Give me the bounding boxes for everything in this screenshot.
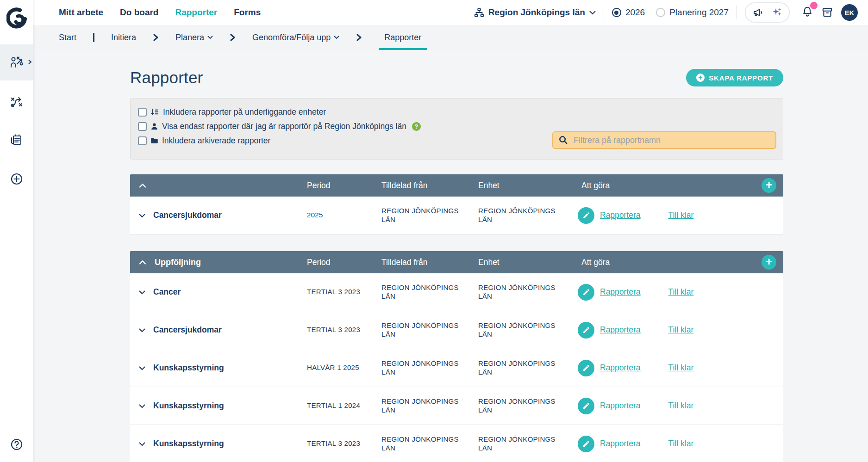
report-actions: RapporteraTill klar [578, 322, 755, 339]
radio-unselected-icon[interactable] [656, 8, 665, 17]
help-button[interactable] [9, 437, 24, 454]
rapportera-link[interactable]: Rapportera [600, 287, 641, 297]
chevron-right-icon [356, 25, 362, 50]
breadcrumb-start[interactable]: Start [59, 25, 76, 50]
report-pencil-button[interactable] [578, 322, 594, 339]
till-klar-link[interactable]: Till klar [668, 210, 694, 220]
report-actions: RapporteraTill klar [578, 207, 755, 224]
report-actions: RapporteraTill klar [578, 284, 755, 301]
help-badge-icon[interactable]: ? [412, 122, 421, 131]
table-group-label: Uppföljning [155, 258, 201, 267]
archive-box-icon[interactable] [821, 6, 833, 18]
breadcrumb-planera[interactable]: Planera [175, 25, 213, 50]
divider [737, 6, 737, 19]
report-pencil-button[interactable] [578, 360, 594, 376]
notepad-icon [9, 133, 24, 148]
column-header-assigned-from: Tilldelad från [378, 181, 475, 191]
plus-circle-icon [9, 172, 24, 186]
breadcrumb-bar-separator [93, 25, 94, 50]
organization-selector[interactable]: Region Jönköpings län [474, 7, 596, 18]
year-label: Planering 2027 [669, 7, 729, 18]
till-klar-link[interactable]: Till klar [668, 401, 694, 411]
column-header-period: Period [303, 258, 378, 267]
year-label: 2026 [625, 7, 645, 18]
sidebar-item-notes[interactable] [0, 122, 33, 158]
checkbox[interactable] [138, 136, 147, 145]
strategy-person-icon [9, 55, 24, 70]
nav-item-rapporter[interactable]: Rapporter [175, 7, 217, 18]
nav-item-mitt-arbete[interactable]: Mitt arbete [59, 7, 103, 18]
chevron-down-icon [207, 36, 213, 39]
till-klar-link[interactable]: Till klar [668, 439, 694, 449]
notifications-bell[interactable] [801, 6, 813, 19]
sidebar-expand-chevron-icon[interactable] [28, 58, 32, 67]
report-assigned-from: REGION JÖNKÖPINGS LÄN [378, 359, 475, 377]
report-assigned-from: REGION JÖNKÖPINGS LÄN [378, 321, 475, 339]
logo-icon [6, 7, 27, 30]
report-row-toggle[interactable]: Cancersjukdomar [130, 325, 303, 335]
report-row: CancersjukdomarTERTIAL 3 2023REGION JÖNK… [130, 311, 783, 349]
report-row-toggle[interactable]: Kunskapsstyrning [130, 401, 303, 411]
report-pencil-button[interactable] [578, 284, 594, 301]
person-icon [150, 123, 158, 130]
filter-include-sub-units[interactable]: Inkludera rapporter på underliggande enh… [138, 105, 775, 119]
report-assigned-from: REGION JÖNKÖPINGS LÄN [378, 207, 475, 224]
table-group-toggle[interactable] [130, 181, 303, 191]
nav-item-do-board[interactable]: Do board [120, 7, 158, 18]
report-pencil-button[interactable] [578, 436, 594, 452]
year-option-planering-2027[interactable]: Planering 2027 [656, 7, 729, 18]
report-name: Cancersjukdomar [153, 210, 222, 220]
org-hierarchy-icon [474, 7, 484, 18]
report-row-toggle[interactable]: Cancersjukdomar [130, 210, 303, 220]
report-search [552, 131, 776, 149]
report-period: TERTIAL 3 2023 [303, 439, 378, 448]
report-row-toggle[interactable]: Kunskapsstyrning [130, 439, 303, 449]
till-klar-link[interactable]: Till klar [668, 287, 694, 297]
checkbox[interactable] [138, 108, 147, 117]
report-assigned-from: REGION JÖNKÖPINGS LÄN [378, 283, 475, 301]
report-actions: RapporteraTill klar [578, 360, 755, 376]
user-avatar[interactable]: EK [841, 4, 858, 21]
nav-item-forms[interactable]: Forms [234, 7, 261, 18]
report-period: TERTIAL 1 2024 [303, 401, 378, 410]
chevron-right-icon [153, 25, 159, 50]
report-pencil-button[interactable] [578, 398, 594, 414]
rapportera-link[interactable]: Rapportera [600, 210, 641, 220]
sidebar-item-add[interactable] [0, 161, 33, 197]
chevron-down-icon [334, 36, 339, 39]
rapportera-link[interactable]: Rapportera [600, 401, 641, 411]
search-icon [558, 135, 568, 147]
till-klar-link[interactable]: Till klar [668, 325, 694, 335]
sidebar-item-strategy-planning[interactable] [0, 44, 33, 80]
report-actions: RapporteraTill klar [578, 436, 755, 452]
year-option-2026[interactable]: 2026 [612, 7, 645, 18]
report-row-toggle[interactable]: Kunskapsstyrning [130, 363, 303, 373]
create-report-button[interactable]: + SKAPA RAPPORT [686, 69, 783, 86]
till-klar-link[interactable]: Till klar [668, 363, 694, 373]
app-logo[interactable] [6, 6, 27, 31]
radio-selected-icon[interactable] [612, 8, 621, 17]
table-group-toggle[interactable]: Uppföljning [130, 258, 303, 267]
search-input[interactable] [552, 131, 776, 149]
megaphone-icon[interactable] [752, 7, 763, 18]
add-report-button[interactable]: + [762, 255, 776, 270]
rapportera-link[interactable]: Rapportera [600, 363, 641, 373]
filter-label: Inkludera rapporter på underliggande enh… [163, 107, 326, 117]
rapportera-link[interactable]: Rapportera [600, 325, 641, 335]
rapportera-link[interactable]: Rapportera [600, 439, 641, 449]
add-report-button[interactable]: + [762, 178, 776, 193]
breadcrumb-genomfora-folja-upp[interactable]: Genomföra/Följa upp [252, 25, 339, 50]
breadcrumb-initiera[interactable]: Initiera [111, 25, 136, 50]
checkbox[interactable] [138, 122, 147, 131]
ai-sparkles-icon[interactable] [771, 7, 782, 18]
breadcrumb-rapporter[interactable]: Rapporter [379, 25, 427, 50]
sidebar-item-tactics[interactable] [0, 83, 33, 119]
report-row-toggle[interactable]: Cancer [130, 287, 303, 297]
chevron-down-icon [139, 325, 145, 335]
chevron-down-icon [139, 363, 145, 373]
breadcrumb-label: Genomföra/Följa upp [252, 33, 331, 43]
report-unit: REGION JÖNKÖPINGS LÄN [475, 321, 578, 339]
report-name: Kunskapsstyrning [153, 401, 224, 411]
report-pencil-button[interactable] [578, 207, 594, 224]
report-unit: REGION JÖNKÖPINGS LÄN [475, 435, 578, 453]
